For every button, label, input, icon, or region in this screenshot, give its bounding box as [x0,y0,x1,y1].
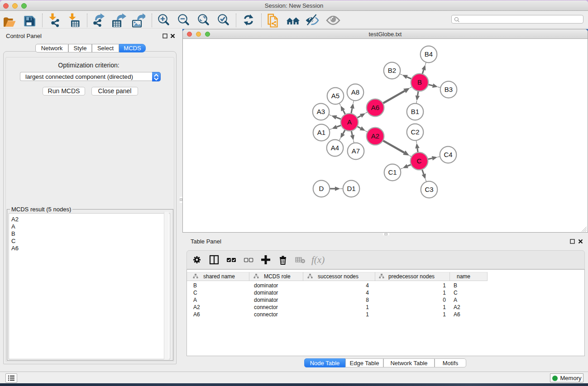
svg-text:A: A [347,118,352,126]
svg-text:B: B [417,78,422,86]
svg-text:A6: A6 [371,104,379,111]
svg-text:D1: D1 [347,185,355,192]
svg-text:C4: C4 [444,151,452,158]
svg-text:B1: B1 [411,108,419,115]
svg-text:C: C [417,157,422,165]
svg-text:A4: A4 [331,144,339,152]
svg-text:A8: A8 [351,88,359,96]
svg-text:C3: C3 [425,186,433,193]
svg-text:A7: A7 [352,147,360,155]
svg-text:C2: C2 [411,128,419,136]
svg-text:C1: C1 [388,168,397,176]
svg-text:A3: A3 [317,108,325,115]
svg-text:B4: B4 [425,50,433,58]
svg-text:B3: B3 [445,86,453,93]
svg-text:B2: B2 [388,67,396,74]
svg-text:D: D [319,185,324,192]
svg-text:A1: A1 [317,129,325,136]
svg-text:A2: A2 [371,132,379,140]
svg-text:A5: A5 [331,92,339,100]
